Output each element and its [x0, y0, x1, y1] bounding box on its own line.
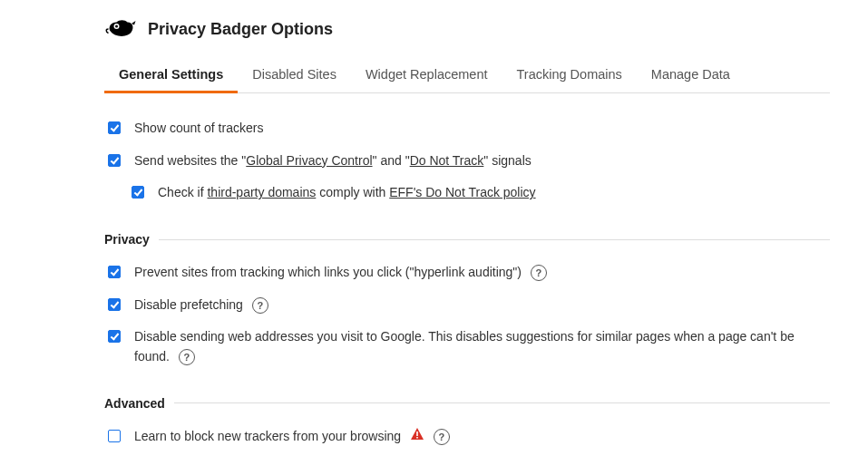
option-show-count: Show count of trackers — [104, 119, 830, 139]
checkbox-disable-google-suggestions[interactable] — [108, 330, 121, 343]
svg-point-1 — [115, 25, 118, 28]
tab-manage-data[interactable]: Manage Data — [637, 58, 745, 92]
link-eff-dnt-policy[interactable]: EFF's Do Not Track policy — [389, 185, 535, 199]
label-send-signals: Send websites the "Global Privacy Contro… — [134, 151, 830, 171]
option-prevent-hyperlink-auditing: Prevent sites from tracking which links … — [104, 263, 830, 283]
option-disable-prefetching: Disable prefetching ? — [104, 296, 830, 315]
checkbox-disable-prefetching[interactable] — [108, 298, 121, 311]
help-icon[interactable]: ? — [179, 349, 195, 365]
option-send-signals: Send websites the "Global Privacy Contro… — [104, 151, 830, 171]
link-global-privacy-control[interactable]: Global Privacy Control — [246, 153, 372, 168]
section-header-privacy: Privacy — [104, 232, 830, 247]
label-disable-prefetching: Disable prefetching ? — [134, 296, 830, 315]
label-disable-google-suggestions: Disable sending web addresses you visit … — [134, 327, 830, 366]
section-title-advanced: Advanced — [104, 396, 165, 411]
divider — [174, 402, 830, 403]
option-check-compliance: Check if third-party domains comply with… — [128, 183, 830, 203]
checkbox-prevent-hyperlink-auditing[interactable] — [108, 266, 121, 278]
link-do-not-track[interactable]: Do Not Track — [410, 153, 484, 168]
tab-widget-replacement[interactable]: Widget Replacement — [351, 58, 502, 92]
warning-icon[interactable] — [410, 427, 424, 448]
checkbox-check-compliance[interactable] — [132, 186, 144, 199]
page-header: Privacy Badger Options — [104, 16, 830, 42]
svg-rect-2 — [416, 431, 418, 436]
divider — [159, 239, 830, 240]
label-show-count: Show count of trackers — [134, 119, 830, 139]
help-icon[interactable]: ? — [252, 297, 268, 314]
option-disable-google-suggestions: Disable sending web addresses you visit … — [104, 327, 830, 366]
label-check-compliance: Check if third-party domains comply with… — [158, 183, 830, 203]
section-title-privacy: Privacy — [104, 232, 150, 247]
svg-rect-3 — [416, 437, 418, 439]
tab-disabled-sites[interactable]: Disabled Sites — [238, 58, 351, 92]
section-header-advanced: Advanced — [104, 396, 830, 411]
help-icon[interactable]: ? — [531, 265, 547, 281]
tab-general-settings[interactable]: General Settings — [104, 58, 238, 92]
checkbox-send-signals[interactable] — [108, 154, 121, 167]
link-third-party-domains[interactable]: third-party domains — [207, 185, 316, 199]
help-icon[interactable]: ? — [434, 429, 450, 445]
page-title: Privacy Badger Options — [148, 20, 333, 39]
option-learn-block-trackers: Learn to block new trackers from your br… — [104, 427, 830, 448]
label-learn-block-trackers: Learn to block new trackers from your br… — [134, 427, 830, 448]
checkbox-show-count[interactable] — [108, 121, 121, 134]
tab-bar: General Settings Disabled Sites Widget R… — [104, 58, 830, 93]
label-prevent-hyperlink-auditing: Prevent sites from tracking which links … — [134, 263, 830, 283]
tab-tracking-domains[interactable]: Tracking Domains — [502, 58, 637, 92]
checkbox-learn-block-trackers[interactable] — [108, 430, 121, 442]
badger-logo-icon — [104, 16, 137, 42]
